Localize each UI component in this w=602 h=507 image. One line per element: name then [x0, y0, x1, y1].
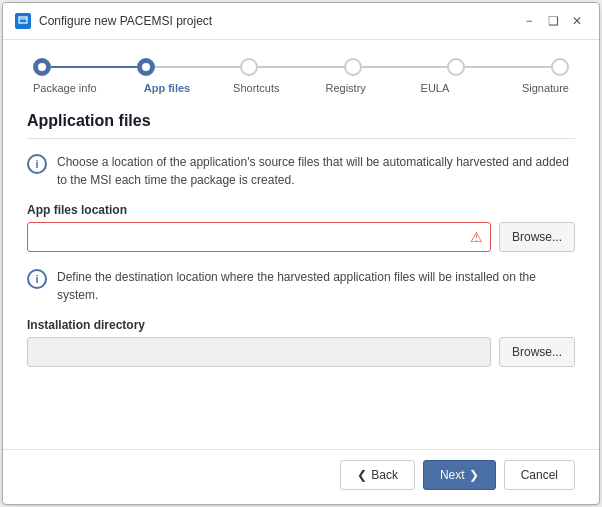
step-label-3: Shortcuts — [212, 82, 301, 94]
info-text-2: Define the destination location where th… — [57, 268, 575, 304]
install-dir-input[interactable]: ProgramFiles64Folder\Manufacturer\App na… — [27, 337, 491, 367]
install-dir-label: Installation directory — [27, 318, 575, 332]
back-icon: ❮ — [357, 468, 367, 482]
step-line-4 — [362, 66, 448, 68]
step-label-1: Package info — [33, 82, 122, 94]
app-files-input-wrapper: ⚠ — [27, 222, 491, 252]
main-window: Configure new PACEMSI project − ❑ ✕ — [2, 2, 600, 505]
window-title: Configure new PACEMSI project — [39, 14, 212, 28]
app-icon — [15, 13, 31, 29]
app-files-input[interactable] — [27, 222, 491, 252]
install-dir-row: ProgramFiles64Folder\Manufacturer\App na… — [27, 337, 575, 367]
title-controls: − ❑ ✕ — [519, 11, 587, 31]
step-circle-6 — [551, 58, 569, 76]
close-button[interactable]: ✕ — [567, 11, 587, 31]
next-button[interactable]: Next ❯ — [423, 460, 496, 490]
step-label-2: App files — [122, 82, 211, 94]
step-line-5 — [465, 66, 551, 68]
minimize-button[interactable]: − — [519, 11, 539, 31]
info-block-1: i Choose a location of the application's… — [27, 153, 575, 189]
browse-button-1[interactable]: Browse... — [499, 222, 575, 252]
info-icon-2: i — [27, 269, 47, 289]
back-button[interactable]: ❮ Back — [340, 460, 415, 490]
stepper: Package info App files Shortcuts Registr… — [3, 40, 599, 104]
svg-rect-0 — [19, 17, 27, 23]
info-icon-1: i — [27, 154, 47, 174]
step-inner-1 — [38, 63, 46, 71]
page-title: Application files — [27, 112, 575, 139]
content-area: Package info App files Shortcuts Registr… — [3, 40, 599, 504]
step-circle-2 — [137, 58, 155, 76]
stepper-track — [33, 58, 569, 76]
step-label-4: Registry — [301, 82, 390, 94]
step-line-1 — [51, 66, 137, 68]
app-files-row: ⚠ Browse... — [27, 222, 575, 252]
stepper-labels: Package info App files Shortcuts Registr… — [33, 82, 569, 94]
title-bar: Configure new PACEMSI project − ❑ ✕ — [3, 3, 599, 40]
next-label: Next — [440, 468, 465, 482]
info-text-1: Choose a location of the application's s… — [57, 153, 575, 189]
restore-button[interactable]: ❑ — [543, 11, 563, 31]
step-circle-1 — [33, 58, 51, 76]
title-bar-left: Configure new PACEMSI project — [15, 13, 212, 29]
step-line-2 — [155, 66, 241, 68]
install-dir-input-wrapper: ProgramFiles64Folder\Manufacturer\App na… — [27, 337, 491, 367]
step-line-3 — [258, 66, 344, 68]
footer: ❮ Back Next ❯ Cancel — [3, 449, 599, 504]
app-files-label: App files location — [27, 203, 575, 217]
back-label: Back — [371, 468, 398, 482]
info-block-2: i Define the destination location where … — [27, 268, 575, 304]
step-circle-3 — [240, 58, 258, 76]
spacer — [27, 383, 575, 433]
step-inner-2 — [142, 63, 150, 71]
step-label-5: EULA — [390, 82, 479, 94]
step-circle-4 — [344, 58, 362, 76]
cancel-button[interactable]: Cancel — [504, 460, 575, 490]
step-label-6: Signature — [480, 82, 569, 94]
step-circle-5 — [447, 58, 465, 76]
main-body: Application files i Choose a location of… — [3, 104, 599, 449]
browse-button-2[interactable]: Browse... — [499, 337, 575, 367]
next-icon: ❯ — [469, 468, 479, 482]
